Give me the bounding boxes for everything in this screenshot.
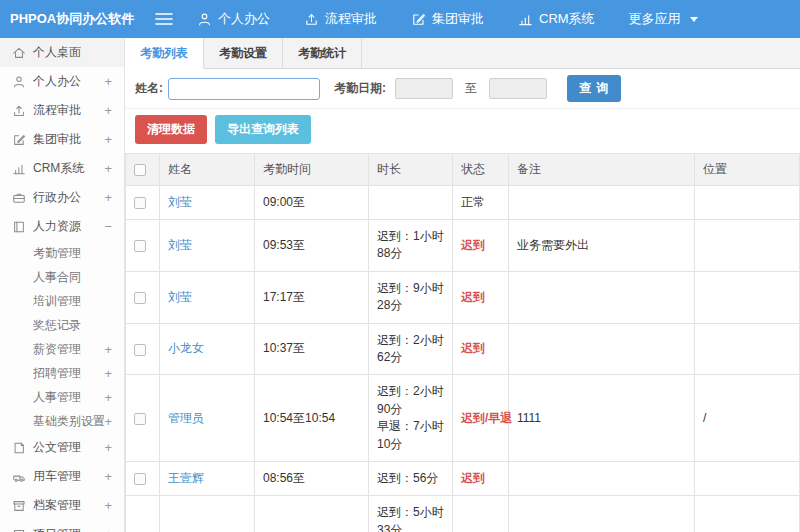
name-input[interactable] <box>168 78 320 100</box>
sidebar-item-label: 公文管理 <box>33 439 104 456</box>
nav-item-5[interactable]: 更多应用 <box>629 10 698 28</box>
sidebar-subitem-2[interactable]: 人事合同 <box>0 265 124 289</box>
nav-item-3[interactable]: 集团审批 <box>411 10 484 28</box>
row-checkbox[interactable] <box>134 413 146 425</box>
doc-icon <box>12 441 26 455</box>
collapse-minus-icon[interactable]: − <box>104 220 112 233</box>
menu-toggle-icon[interactable] <box>155 12 173 26</box>
status-badge: 迟到 <box>461 471 485 485</box>
archive-icon <box>12 499 26 513</box>
duration-line: 迟到：56分 <box>377 470 444 487</box>
sidebar-item-4[interactable]: 集团审批+ <box>0 125 124 154</box>
share-icon <box>12 104 26 118</box>
select-all-checkbox[interactable] <box>134 164 146 176</box>
location-cell <box>695 271 800 323</box>
employee-name-link[interactable]: 刘莹 <box>168 290 192 304</box>
attendance-time-cell: 17:17至 <box>255 271 369 323</box>
sidebar-item-label: 项目管理 <box>33 526 104 532</box>
expand-plus-icon[interactable]: + <box>104 191 112 204</box>
sidebar-item-5[interactable]: CRM系统+ <box>0 154 124 183</box>
edit-icon <box>12 133 26 147</box>
sidebar-item-label: 考勤管理 <box>33 245 112 262</box>
sidebar-item-9[interactable]: 用车管理+ <box>0 462 124 491</box>
expand-plus-icon[interactable]: + <box>104 499 112 512</box>
sidebar-item-label: 流程审批 <box>33 102 104 119</box>
row-checkbox[interactable] <box>134 344 146 356</box>
location-cell <box>695 220 800 272</box>
clean-data-button[interactable]: 清理数据 <box>135 115 207 144</box>
expand-plus-icon[interactable]: + <box>104 470 112 483</box>
sidebar-subitem-6[interactable]: 招聘管理+ <box>0 361 124 385</box>
location-cell: / <box>695 496 800 532</box>
sidebar-item-1[interactable]: 个人桌面 <box>0 38 124 67</box>
sidebar-subitem-7[interactable]: 人事管理+ <box>0 385 124 409</box>
table-row: 管理员10:54至10:54迟到：2小时90分早退：7小时10分迟到/早退111… <box>126 375 800 462</box>
tab-3[interactable]: 考勤统计 <box>283 38 362 68</box>
sidebar-item-label: 行政办公 <box>33 189 104 206</box>
date-to-input[interactable] <box>489 78 547 99</box>
column-header: 考勤时间 <box>255 154 369 186</box>
sidebar-item-11[interactable]: 项目管理+ <box>0 520 124 532</box>
table-row: 刘莹09:00至正常 <box>126 186 800 220</box>
to-label: 至 <box>465 80 477 97</box>
sidebar-subitem-8[interactable]: 基础类别设置+ <box>0 409 124 433</box>
sidebar-item-3[interactable]: 流程审批+ <box>0 96 124 125</box>
expand-plus-icon[interactable]: + <box>104 133 112 146</box>
search-button[interactable]: 查 询 <box>567 75 621 102</box>
sidebar-item-label: 人事管理 <box>33 389 104 406</box>
sidebar-item-10[interactable]: 档案管理+ <box>0 491 124 520</box>
tab-strip: 考勤列表考勤设置考勤统计 <box>125 38 800 69</box>
employee-name-link[interactable]: 刘莹 <box>168 238 192 252</box>
column-header: 备注 <box>509 154 695 186</box>
table-row: 黄蓉13:20至13:20迟到：5小时33分早退：4小时67分迟到/早退/ <box>126 496 800 532</box>
row-checkbox[interactable] <box>134 240 146 252</box>
export-list-button[interactable]: 导出查询列表 <box>215 115 311 144</box>
sidebar-item-label: 个人办公 <box>33 73 104 90</box>
duration-line: 迟到：2小时90分 <box>377 383 444 418</box>
nav-item-2[interactable]: 流程审批 <box>304 10 377 28</box>
expand-plus-icon[interactable]: + <box>104 104 112 117</box>
attendance-time-cell: 08:56至 <box>255 461 369 495</box>
expand-plus-icon[interactable]: + <box>104 343 112 356</box>
column-header: 位置 <box>695 154 800 186</box>
employee-name-link[interactable]: 小龙女 <box>168 341 204 355</box>
expand-plus-icon[interactable]: + <box>104 162 112 175</box>
sidebar-item-label: 薪资管理 <box>33 341 104 358</box>
employee-name-link[interactable]: 王壹辉 <box>168 471 204 485</box>
expand-plus-icon[interactable]: + <box>104 391 112 404</box>
sidebar-subitem-1[interactable]: 考勤管理 <box>0 241 124 265</box>
row-checkbox[interactable] <box>134 292 146 304</box>
nav-item-4[interactable]: CRM系统 <box>518 10 595 28</box>
attendance-time-cell: 13:20至13:20 <box>255 496 369 532</box>
nav-item-1[interactable]: 个人办公 <box>197 10 270 28</box>
sidebar-item-8[interactable]: 公文管理+ <box>0 433 124 462</box>
sidebar-item-label: 个人桌面 <box>33 44 112 61</box>
sidebar-item-label: 招聘管理 <box>33 365 104 382</box>
expand-plus-icon[interactable]: + <box>104 367 112 380</box>
nav-item-label: 集团审批 <box>432 10 484 28</box>
tab-2[interactable]: 考勤设置 <box>204 38 283 68</box>
row-checkbox[interactable] <box>134 197 146 209</box>
duration-line: 迟到：1小时88分 <box>377 228 444 263</box>
location-cell <box>695 461 800 495</box>
attendance-time-cell: 09:53至 <box>255 220 369 272</box>
sidebar-subitem-4[interactable]: 奖惩记录 <box>0 313 124 337</box>
sidebar-item-6[interactable]: 行政办公+ <box>0 183 124 212</box>
employee-name-link[interactable]: 管理员 <box>168 411 204 425</box>
date-from-input[interactable] <box>395 78 453 99</box>
row-checkbox[interactable] <box>134 473 146 485</box>
sidebar-item-2[interactable]: 个人办公+ <box>0 67 124 96</box>
expand-plus-icon[interactable]: + <box>104 75 112 88</box>
attendance-date-label: 考勤日期: <box>334 80 386 97</box>
expand-plus-icon[interactable]: + <box>104 441 112 454</box>
tab-1[interactable]: 考勤列表 <box>125 38 204 69</box>
expand-plus-icon[interactable]: + <box>104 528 112 532</box>
expand-plus-icon[interactable]: + <box>104 415 112 428</box>
sidebar-subitem-5[interactable]: 薪资管理+ <box>0 337 124 361</box>
sidebar-item-7[interactable]: 人力资源− <box>0 212 124 241</box>
filter-bar: 姓名: 考勤日期: 至 查 询 <box>125 69 800 109</box>
sidebar-subitem-3[interactable]: 培训管理 <box>0 289 124 313</box>
name-label: 姓名: <box>135 80 163 97</box>
employee-name-link[interactable]: 刘莹 <box>168 195 192 209</box>
remark-cell: 1111 <box>509 375 695 462</box>
